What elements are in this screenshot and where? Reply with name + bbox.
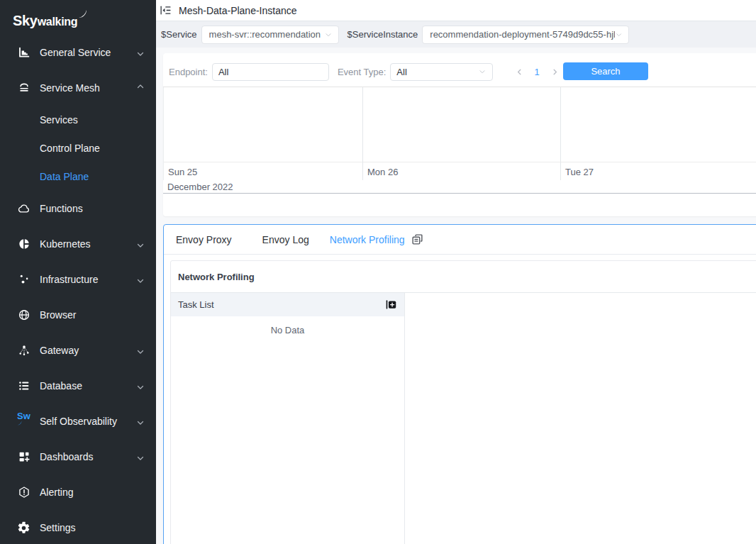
timeline-day-column: Sun 25 [164,87,363,180]
events-card: Endpoint: Event Type: All 1 Search Sun 2… [163,53,756,216]
endpoint-label: Endpoint: [169,67,208,77]
network-icon [17,344,30,357]
sidebar-item-dashboards[interactable]: Dashboards [0,439,156,474]
sidebar-item-database[interactable]: Database [0,368,156,404]
chevron-down-icon[interactable] [136,453,145,461]
sidebar-item-label: Gateway [40,345,79,356]
chevron-up-icon[interactable] [136,84,145,92]
chevron-down-icon [324,30,333,39]
sidebar-item-kubernetes[interactable]: Kubernetes [0,226,156,262]
timeline-cell[interactable] [164,87,362,162]
chevron-down-icon[interactable] [136,382,145,390]
hexagon-alert-icon [17,486,30,499]
sidebar-item-browser[interactable]: Browser [0,297,156,333]
sidebar-item-label: Services [40,114,78,126]
logo-text-walking: walking [38,16,78,28]
instance-tab-panel: Envoy Proxy Envoy Log Network Profiling … [163,224,756,544]
tab-network-profiling[interactable]: Network Profiling [330,234,405,245]
page-title: Mesh-Data-Plane-Instance [179,5,297,16]
copy-icon[interactable] [411,233,424,246]
page-number[interactable]: 1 [526,67,547,77]
sidebar-item-label: Kubernetes [40,238,91,250]
selector-bar: $Service mesh-svr::recommendation $Servi… [156,21,756,48]
grid-plus-icon [17,450,30,464]
sidebar-item-label: Browser [40,309,76,321]
search-button[interactable]: Search [563,62,648,80]
fold-menu-icon[interactable] [160,4,172,16]
sidebar-item-label: Self Observability [40,416,117,427]
skywalking-logo[interactable]: Skywalking [0,0,156,35]
logo-text-sky: Sky [13,13,38,28]
sidebar-item-service-mesh[interactable]: Service Mesh [0,70,156,106]
chevron-down-icon[interactable] [136,417,145,426]
sidebar-item-label: Alerting [40,487,73,498]
sidebar-item-infrastructure[interactable]: Infrastructure [0,262,156,297]
chevron-down-icon [478,67,487,76]
timeline-day-column: Tue 27 [561,87,756,180]
chevron-down-icon[interactable] [136,346,145,355]
service-instance-select[interactable]: recommendation-deployment-5749d9dc55-hjl… [422,26,629,44]
task-list-toolbar: Task List [171,293,404,316]
chart-icon [17,46,30,60]
sidebar-item-control-plane[interactable]: Control Plane [0,134,156,162]
sidebar-item-gateway[interactable]: Gateway [0,333,156,368]
chevron-down-icon[interactable] [136,275,145,284]
sidebar-item-data-plane[interactable]: Data Plane [0,162,156,191]
sidebar-item-label: Infrastructure [40,274,98,285]
sidebar-item-label: Database [40,380,82,392]
cloud-icon [17,202,30,216]
tab-bar: Envoy Proxy Envoy Log Network Profiling [164,225,756,255]
sidebar-item-label: Functions [40,203,83,214]
prev-page-icon[interactable] [512,62,526,81]
network-profiling-widget: Network Profiling Task List No Data [170,260,756,544]
pagination: 1 [512,62,562,81]
sidebar-item-label: Data Plane [40,171,89,182]
widget-title: Network Profiling [171,261,756,293]
sidebar-item-label: General Service [40,47,111,58]
event-type-label: Event Type: [338,67,386,77]
globe-icon [17,309,30,322]
next-page-icon[interactable] [547,62,562,81]
timeline-day-label: Tue 27 [561,162,756,177]
chevron-down-icon [615,30,623,39]
add-task-icon[interactable] [385,299,398,311]
layers-icon [17,82,30,95]
sidebar-item-alerting[interactable]: Alerting [0,474,156,510]
chevron-down-icon[interactable] [136,48,145,57]
widget-body: Task List No Data [171,293,756,544]
timeline-cell[interactable] [561,87,756,162]
events-filter-row: Endpoint: Event Type: All 1 Search [169,62,756,81]
sidebar-item-label: Dashboards [40,451,94,462]
list-icon [17,379,30,393]
service-select[interactable]: mesh-svr::recommendation [201,26,339,44]
timeline-month-label: December 2022 [163,180,756,194]
sidebar-item-self-observability[interactable]: Sw Self Observability [0,404,156,439]
task-list-panel: Task List No Data [171,293,405,544]
event-type-select[interactable]: All [390,63,493,81]
no-data-text: No Data [171,325,404,335]
sidebar-item-settings[interactable]: Settings [0,510,156,544]
sidebar: Skywalking General Service Service Mesh … [0,0,156,544]
sidebar-item-label: Control Plane [40,143,100,154]
logo-crescent-icon [78,9,87,18]
sidebar-item-label: Settings [40,522,76,533]
service-label: $Service [161,29,197,40]
endpoint-input[interactable] [212,63,329,81]
timeline-cell[interactable] [363,87,560,162]
chevron-down-icon[interactable] [136,240,145,248]
sidebar-item-functions[interactable]: Functions [0,191,156,226]
sidebar-menu: General Service Service Mesh Services Co… [0,35,156,544]
tab-envoy-log[interactable]: Envoy Log [262,234,309,245]
events-timeline: Sun 25 Mon 26 Tue 27 December 2022 [163,87,756,194]
tab-envoy-proxy[interactable]: Envoy Proxy [176,234,232,245]
gear-icon [17,521,30,535]
page-header: Mesh-Data-Plane-Instance [156,0,756,21]
main-content: Mesh-Data-Plane-Instance $Service mesh-s… [156,0,756,544]
timeline-day-label: Sun 25 [164,162,362,177]
sidebar-item-general-service[interactable]: General Service [0,35,156,70]
timeline-day-column: Mon 26 [363,87,561,180]
sidebar-item-services[interactable]: Services [0,106,156,134]
task-list-title: Task List [178,299,385,310]
dots-icon [17,273,30,287]
timeline-day-label: Mon 26 [363,162,560,177]
